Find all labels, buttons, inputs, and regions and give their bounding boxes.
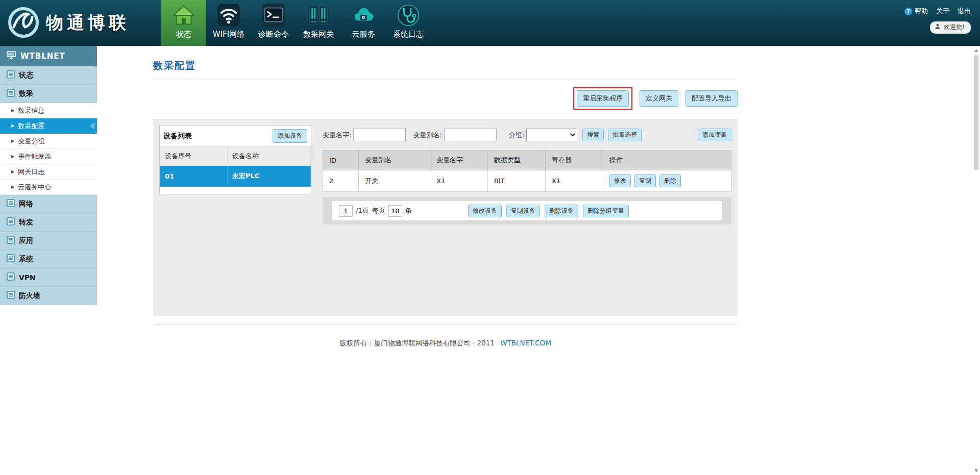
restart-collector-button[interactable]: 重启采集程序 (577, 90, 629, 107)
gateway-icon (307, 4, 330, 27)
user-icon (935, 23, 941, 31)
content-panel: 设备列表 添加设备 设备序号 设备名称 01 (153, 119, 738, 316)
column-header: 寄存器 (546, 151, 603, 170)
sidebar-item-label: 事件触发器 (18, 152, 51, 161)
device-name-cell: 永宏PLC (228, 166, 311, 187)
sidebar-item-firewall[interactable]: 防火墙 (0, 287, 97, 305)
top-links: ? 帮助 关于 退出 (904, 7, 971, 16)
sidebar-item-cloud-center[interactable]: ▶ 云服务中心 (0, 180, 97, 195)
sidebar-item-variable-group[interactable]: ▶ 变量分组 (0, 134, 97, 149)
sidebar-item-dc-info[interactable]: ▶ 数采信息 (0, 103, 97, 118)
sidebar-item-event-trigger[interactable]: ▶ 事件触发器 (0, 149, 97, 164)
monitor-icon (7, 51, 16, 61)
logo: 物通博联 (7, 6, 130, 40)
sidebar-item-label: 数采信息 (18, 106, 44, 115)
column-header: 设备名称 (228, 147, 311, 166)
pagination-bar: /1页 每页 条 修改设备 复制设备 删除设备 删除分组变量 (332, 201, 722, 220)
list-icon (7, 89, 15, 98)
delete-button[interactable]: 删除 (659, 174, 681, 187)
modify-device-button[interactable]: 修改设备 (468, 205, 502, 217)
delete-group-variable-button[interactable]: 删除分组变量 (583, 205, 629, 217)
sidebar-item-label: 系统 (19, 255, 33, 264)
scrollbar[interactable]: ▲ ▼ (973, 47, 979, 474)
sidebar-item-system[interactable]: 系统 (0, 250, 97, 268)
modify-button[interactable]: 修改 (609, 174, 631, 187)
define-gateway-button[interactable]: 定义网关 (640, 90, 678, 107)
nav-item-diagnostic[interactable]: 诊断命令 (251, 0, 296, 46)
search-button[interactable]: 搜索 (582, 129, 604, 141)
sidebar-item-label: 数采配置 (18, 121, 44, 131)
footer: 版权所有：厦门物通博联网络科技有限公司 · 2011 WTBLNET.COM (153, 339, 738, 348)
config-import-export-button[interactable]: 配置导入导出 (685, 90, 738, 107)
column-header: 变量名字 (430, 151, 488, 170)
device-row[interactable]: 01 永宏PLC (160, 166, 311, 187)
list-icon (7, 254, 15, 264)
divider (153, 80, 738, 80)
group-label: 分组: (509, 131, 524, 140)
delete-device-button[interactable]: 删除设备 (545, 205, 578, 217)
column-header: 设备序号 (160, 147, 228, 166)
name-cell: X1 (430, 170, 488, 192)
scroll-down-icon[interactable]: ▼ (973, 467, 979, 474)
welcome-text: 欢迎您! (944, 23, 965, 32)
sidebar-item-network[interactable]: 网络 (0, 195, 97, 213)
wifi-icon (217, 4, 240, 27)
sidebar-title: WTBLNET (20, 52, 65, 61)
nav-label: 系统日志 (393, 30, 424, 39)
nav-label: 诊断命令 (258, 30, 289, 39)
help-link[interactable]: 帮助 (915, 7, 928, 16)
sidebar-header: WTBLNET (0, 46, 97, 66)
register-cell: X1 (546, 170, 603, 192)
group-select[interactable] (526, 129, 577, 141)
logout-link[interactable]: 退出 (958, 7, 971, 16)
logo-icon (7, 6, 40, 40)
page-input[interactable] (339, 205, 353, 217)
top-nav: 状态 WIFI网络 (161, 0, 431, 46)
nav-item-gateway[interactable]: 数采网关 (296, 0, 341, 46)
sidebar-item-application[interactable]: 应用 (0, 232, 97, 250)
help-icon: ? (904, 8, 912, 15)
main-content: 数采配置 重启采集程序 定义网关 配置导入导出 设备列表 添加设备 (97, 46, 980, 348)
device-no-cell: 01 (160, 166, 228, 187)
variable-panel: 变量名字: 变量别名: 分组: 搜索 批量选择 添加变量 (323, 125, 731, 224)
page-actions: 重启采集程序 定义网关 配置导入导出 (153, 87, 738, 110)
copy-device-button[interactable]: 复制设备 (506, 205, 540, 217)
triangle-icon: ▶ (11, 169, 14, 174)
sidebar-item-label: 应用 (19, 236, 33, 245)
add-variable-button[interactable]: 添加变量 (698, 129, 731, 141)
sidebar-item-label: 网关日志 (18, 167, 44, 177)
header-right: ? 帮助 关于 退出 欢迎您! (904, 7, 971, 34)
about-link[interactable]: 关于 (936, 7, 949, 16)
sidebar-item-dc-config[interactable]: ▶ 数采配置 (0, 118, 97, 134)
variable-alias-input[interactable] (444, 129, 497, 141)
sidebar-item-status[interactable]: 状态 (0, 66, 97, 85)
nav-item-wifi[interactable]: WIFI网络 (206, 0, 251, 46)
sidebar-item-label: 云服务中心 (18, 183, 51, 192)
nav-item-status[interactable]: 状态 (161, 0, 206, 46)
nav-item-syslog[interactable]: 系统日志 (386, 0, 431, 46)
sidebar-item-data-acquisition[interactable]: 数采 (0, 85, 97, 103)
highlight-box: 重启采集程序 (573, 87, 632, 110)
logo-text: 物通博联 (46, 11, 130, 35)
variable-name-label: 变量名字: (323, 131, 351, 140)
sidebar-item-vpn[interactable]: VPN (0, 268, 97, 287)
id-cell: 2 (323, 170, 359, 192)
per-page-input[interactable] (388, 205, 402, 217)
actions-cell: 修改 复制 删除 (603, 170, 731, 192)
sidebar-item-label: 网络 (19, 199, 33, 209)
home-icon (172, 4, 195, 27)
nav-item-cloud[interactable]: 云服务 (341, 0, 386, 46)
sidebar-item-gateway-log[interactable]: ▶ 网关日志 (0, 164, 97, 180)
scrollbar-thumb[interactable] (974, 55, 978, 170)
variable-table: ID 变量别名 变量名字 数据类型 寄存器 操作 2 开关 (323, 150, 731, 192)
add-device-button[interactable]: 添加设备 (273, 129, 307, 143)
list-icon (7, 236, 15, 245)
scroll-up-icon[interactable]: ▲ (973, 47, 979, 54)
triangle-icon: ▶ (11, 185, 14, 189)
variable-name-input[interactable] (353, 129, 406, 141)
terminal-icon (262, 4, 285, 27)
copy-button[interactable]: 复制 (634, 174, 656, 187)
footer-link[interactable]: WTBLNET.COM (500, 339, 551, 347)
batch-select-button[interactable]: 批量选择 (608, 129, 642, 141)
sidebar-item-forwarding[interactable]: 转发 (0, 213, 97, 232)
